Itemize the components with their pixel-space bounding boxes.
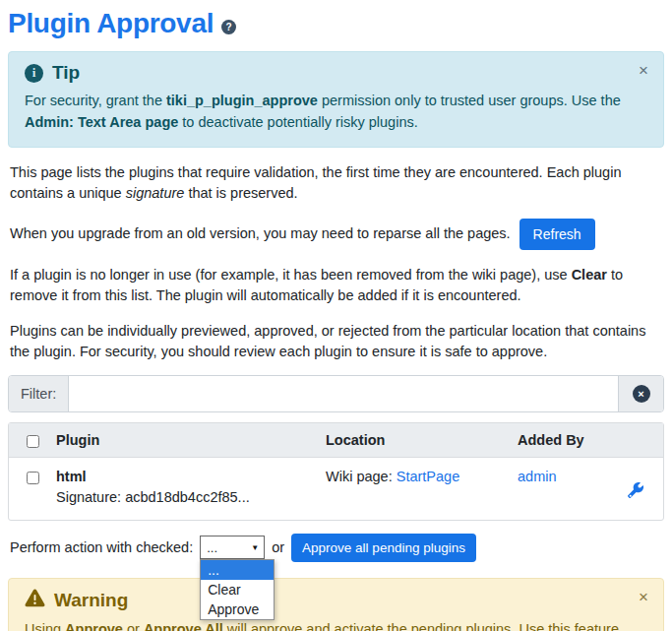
warning-body: Using Approve or Approve All will approv… [25, 619, 647, 631]
warning-icon [25, 589, 45, 612]
dropdown-option-approve[interactable]: Approve [201, 599, 274, 619]
warning-heading-row: Warning [25, 589, 647, 612]
clear-circle-icon: × [633, 385, 650, 403]
tip-alert: i Tip × For security, grant the tiki_p_p… [8, 51, 664, 148]
column-header-added-by: Added By [518, 423, 628, 457]
plugin-approval-page: Plugin Approval ? i Tip × For security, … [0, 0, 672, 631]
refresh-button[interactable]: Refresh [519, 219, 595, 250]
chevron-down-icon: ▼ [251, 543, 259, 552]
location-prefix: Wiki page: [326, 469, 397, 484]
plugin-signature: Signature: acbd18db4cc2f85... [56, 489, 326, 505]
warning-heading: Warning [54, 590, 128, 611]
bulk-action-dropdown: ... Clear Approve [200, 559, 275, 620]
intro-paragraph-2: When you upgrade from an old version, yo… [10, 223, 511, 244]
bulk-action-select-wrap: ... ▼ ... Clear Approve [200, 536, 265, 559]
help-icon[interactable]: ? [221, 20, 236, 34]
location-link[interactable]: StartPage [397, 469, 460, 484]
wrench-icon [628, 486, 643, 501]
select-all-checkbox[interactable] [27, 435, 39, 448]
filter-input[interactable] [69, 376, 618, 411]
intro-paragraph-3: If a plugin is no longer in use (for exa… [10, 265, 662, 306]
info-icon: i [25, 64, 43, 83]
dropdown-option-ellipsis[interactable]: ... [201, 560, 274, 580]
plugins-table: Plugin Location Added By html Signature:… [8, 422, 664, 521]
bulk-action-select[interactable]: ... ▼ [200, 536, 265, 559]
intro-paragraph-2-row: When you upgrade from an old version, yo… [10, 219, 662, 250]
plugin-name: html [56, 469, 326, 484]
filter-clear-button[interactable]: × [618, 376, 663, 411]
tip-body: For security, grant the tiki_p_plugin_ap… [25, 91, 647, 134]
approve-all-button[interactable]: Approve all pending plugins [291, 534, 476, 562]
page-header: Plugin Approval ? [8, 8, 664, 39]
tip-close-button[interactable]: × [639, 62, 648, 79]
filter-bar: Filter: × [8, 375, 664, 412]
column-header-location: Location [326, 423, 518, 457]
column-header-plugin: Plugin [56, 423, 326, 457]
added-by-link[interactable]: admin [518, 469, 557, 484]
bulk-action-label: Perform action with checked: [10, 539, 193, 555]
tip-heading: Tip [52, 62, 80, 84]
bulk-action-selected-value: ... [207, 540, 217, 555]
filter-label: Filter: [9, 376, 69, 411]
table-row: html Signature: acbd18db4cc2f85... Wiki … [9, 458, 663, 520]
warning-close-button[interactable]: × [639, 589, 648, 605]
tip-heading-row: i Tip [25, 62, 647, 84]
edit-plugin-button[interactable] [628, 469, 647, 505]
dropdown-option-clear[interactable]: Clear [201, 580, 274, 599]
row-checkbox[interactable] [27, 472, 39, 484]
intro-paragraph-4: Plugins can be individually previewed, a… [10, 321, 662, 362]
page-title: Plugin Approval [8, 8, 214, 39]
warning-alert: Warning × Using Approve or Approve All w… [8, 578, 664, 631]
table-header-row: Plugin Location Added By [9, 423, 663, 458]
bulk-action-row: Perform action with checked: ... ▼ ... C… [10, 534, 662, 562]
intro-paragraph-1: This page lists the plugins that require… [10, 162, 662, 204]
or-text: or [272, 539, 284, 555]
